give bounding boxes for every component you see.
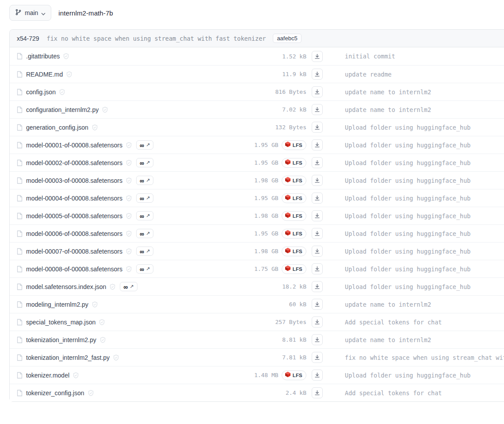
file-name-link[interactable]: configuration_internlm2.py — [26, 106, 99, 113]
commit-message-link[interactable]: update readme — [345, 71, 392, 78]
safetensors-badge[interactable]: ∞ ↗ — [136, 140, 153, 150]
shield-check-icon[interactable] — [110, 284, 115, 290]
file-name-link[interactable]: model-00003-of-00008.safetensors — [26, 177, 122, 184]
file-name-link[interactable]: model-00008-of-00008.safetensors — [26, 266, 122, 273]
shield-check-icon[interactable] — [126, 160, 132, 166]
shield-check-icon[interactable] — [113, 355, 119, 361]
download-button[interactable] — [312, 122, 323, 133]
shield-check-icon[interactable] — [126, 213, 132, 219]
download-button[interactable] — [312, 316, 323, 328]
download-button[interactable] — [312, 263, 323, 274]
file-name-link[interactable]: tokenizer_config.json — [26, 389, 84, 397]
file-name-link[interactable]: tokenizer.model — [26, 372, 69, 379]
shield-check-icon[interactable] — [66, 71, 72, 77]
commit-message-link[interactable]: Upload folder using huggingface_hub — [345, 283, 470, 290]
file-name-link[interactable]: model-00007-of-00008.safetensors — [26, 248, 122, 255]
commit-message-link[interactable]: Upload folder using huggingface_hub — [345, 230, 470, 237]
safetensors-badge[interactable]: ∞ ↗ — [136, 264, 153, 274]
file-size-cell: 1.95 GB LFS — [240, 193, 306, 203]
safetensors-badge[interactable]: ∞ ↗ — [136, 193, 153, 203]
shield-check-icon[interactable] — [88, 390, 94, 396]
download-button[interactable] — [312, 157, 323, 168]
commit-message-link[interactable]: fix no white space when using stream_cha… — [345, 354, 504, 361]
shield-check-icon[interactable] — [92, 124, 98, 131]
safetensors-badge[interactable]: ∞ ↗ — [136, 247, 153, 256]
download-button[interactable] — [312, 86, 323, 97]
file-name-link[interactable]: generation_config.json — [26, 124, 88, 131]
commit-message-link[interactable]: update name to internlm2 — [345, 336, 431, 343]
download-button[interactable] — [312, 228, 323, 239]
safetensors-badge[interactable]: ∞ ↗ — [120, 282, 137, 291]
download-button[interactable] — [312, 246, 323, 257]
file-icon — [17, 283, 23, 290]
commit-message-link[interactable]: Upload folder using huggingface_hub — [345, 248, 470, 255]
file-name-link[interactable]: modeling_internlm2.py — [26, 301, 88, 308]
branch-selector-button[interactable]: main — [9, 5, 51, 21]
download-button[interactable] — [312, 281, 323, 292]
commit-message-link[interactable]: Upload folder using huggingface_hub — [345, 266, 470, 273]
download-button[interactable] — [312, 299, 323, 310]
commit-message-link[interactable]: update name to internlm2 — [345, 89, 431, 96]
safetensors-badge[interactable]: ∞ ↗ — [136, 211, 153, 220]
commit-message-link[interactable]: Upload folder using huggingface_hub — [345, 372, 470, 379]
file-name-link[interactable]: config.json — [26, 89, 56, 96]
shield-check-icon[interactable] — [126, 266, 132, 272]
shield-check-icon[interactable] — [63, 53, 69, 59]
download-button[interactable] — [312, 51, 323, 62]
download-button[interactable] — [312, 387, 323, 398]
file-name-link[interactable]: model.safetensors.index.json — [26, 283, 106, 290]
commit-message-link[interactable]: initial commit — [345, 53, 395, 60]
file-name-link[interactable]: model-00004-of-00008.safetensors — [26, 195, 122, 202]
commit-hash-badge[interactable]: aafebc5 — [273, 34, 301, 43]
safetensors-badge[interactable]: ∞ ↗ — [136, 158, 153, 167]
download-button[interactable] — [312, 104, 323, 115]
commit-message-link[interactable]: Upload folder using huggingface_hub — [345, 159, 470, 166]
download-button[interactable] — [312, 334, 323, 345]
shield-check-icon[interactable] — [92, 301, 98, 308]
commit-message-link[interactable]: Add special tokens for chat — [345, 319, 442, 326]
commit-message-link[interactable]: update name to internlm2 — [345, 106, 431, 113]
lfs-cube-icon — [285, 247, 291, 255]
shield-check-icon[interactable] — [73, 372, 79, 378]
safetensors-badge[interactable]: ∞ ↗ — [136, 176, 153, 185]
download-button[interactable] — [312, 139, 323, 150]
commit-message-link[interactable]: update name to internlm2 — [345, 301, 431, 308]
file-name-link[interactable]: .gitattributes — [26, 53, 60, 60]
shield-check-icon[interactable] — [99, 319, 105, 325]
safetensors-badge[interactable]: ∞ ↗ — [136, 229, 153, 238]
file-name-link[interactable]: model-00002-of-00008.safetensors — [26, 159, 122, 166]
shield-check-icon[interactable] — [100, 337, 106, 343]
file-name-link[interactable]: model-00005-of-00008.safetensors — [26, 212, 122, 220]
shield-check-icon[interactable] — [126, 231, 132, 237]
download-button[interactable] — [312, 352, 323, 363]
file-name-link[interactable]: model-00001-of-00008.safetensors — [26, 142, 122, 149]
last-commit-message-link[interactable]: fix no white space when using stream_cha… — [47, 35, 266, 42]
commit-message-link[interactable]: Add special tokens for chat — [345, 389, 442, 397]
download-button[interactable] — [312, 210, 323, 221]
shield-check-icon[interactable] — [126, 177, 132, 184]
shield-check-icon[interactable] — [59, 89, 65, 95]
shield-check-icon[interactable] — [102, 107, 108, 113]
commit-message-link[interactable]: Upload folder using huggingface_hub — [345, 212, 470, 220]
download-button[interactable] — [312, 69, 323, 80]
commit-message-link[interactable]: Upload folder using huggingface_hub — [345, 195, 470, 202]
file-name-link[interactable]: tokenization_internlm2_fast.py — [26, 354, 110, 361]
download-button[interactable] — [312, 370, 323, 381]
shield-check-icon[interactable] — [126, 142, 132, 148]
breadcrumb-repo-name[interactable]: internlm2-math-7b — [58, 9, 113, 17]
file-name-link[interactable]: special_tokens_map.json — [26, 319, 95, 326]
download-button[interactable] — [312, 175, 323, 186]
file-name-link[interactable]: README.md — [26, 71, 63, 78]
file-name-cell: model-00002-of-00008.safetensors ∞ ↗ — [17, 158, 240, 167]
commit-author-link[interactable]: x54-729 — [17, 35, 39, 42]
commit-message-link[interactable]: Upload folder using huggingface_hub — [345, 142, 470, 149]
shield-check-icon[interactable] — [126, 248, 132, 254]
shield-check-icon[interactable] — [126, 195, 132, 201]
commit-message-link[interactable]: Upload folder using huggingface_hub — [345, 124, 470, 131]
commit-message-link[interactable]: Upload folder using huggingface_hub — [345, 177, 470, 184]
file-name-link[interactable]: model-00006-of-00008.safetensors — [26, 230, 122, 237]
file-name-link[interactable]: tokenization_internlm2.py — [26, 336, 96, 343]
download-button[interactable] — [312, 193, 323, 204]
file-size-cell: 7.81 kB — [240, 354, 306, 361]
files-table: x54-729 fix no white space when using st… — [9, 29, 504, 402]
